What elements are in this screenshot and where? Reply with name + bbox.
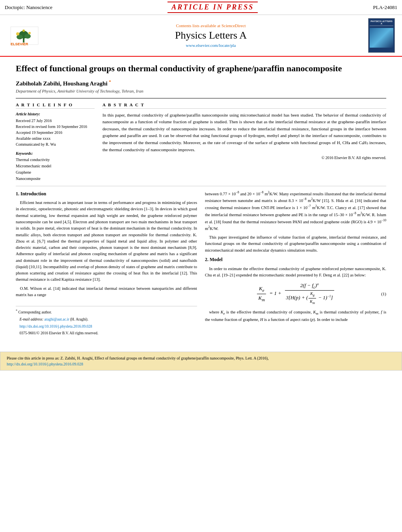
keyword-1: Thermal conductivity [16,157,95,163]
available-date: Available online xxxx [16,135,95,141]
authors-line: Zabiholah Zabihi, Houshang Araghi * [16,79,386,87]
abstract-text: In this paper, thermal conductivity of g… [102,112,386,154]
cover-graphic [370,28,393,48]
eq-fraction-Ke-Km: Ke Km [257,285,266,303]
journal-info: Contents lists available at ScienceDirec… [60,18,362,53]
affiliation: Department of Physics, Amirkabir Univers… [16,89,386,93]
abstract-column: A B S T R A C T In this paper, thermal c… [102,102,386,182]
body-text: 1. Introduction Efficient heat removal i… [16,190,386,338]
footnote-issn: 0375-9601/© 2016 Elsevier B.V. All right… [16,330,197,336]
article-title: Effect of functional groups on thermal c… [16,63,386,74]
main-content: Effect of functional groups on thermal c… [0,57,402,348]
intro-para2: O.M. Wilson et al. [14] indicated that i… [16,285,197,298]
keyword-3: Graphene [16,169,95,176]
section2-title: 2. Model [205,256,386,263]
svg-point-5 [16,32,19,35]
footnote-area: * Corresponding author. E-mail address: … [16,306,197,336]
footnote-star-line: * Corresponding author. [16,309,197,315]
equation-number: (1) [381,291,386,297]
received-date: Received 27 July 2016 [16,118,95,124]
accepted-date: Accepted 19 September 2016 [16,130,95,135]
top-bar: Doctopic: Nanoscience ARTICLE IN PRESS P… [0,0,402,15]
article-id: PLA-24081 [373,4,397,11]
keyword-2: Micromechanic model [16,163,95,169]
corresponding-marker: * [109,79,111,84]
cover-title: PHYSICS LETTERS A [370,20,393,26]
history-label: Article history: [16,112,95,116]
keywords-label: Keywords: [16,151,95,156]
copyright-notice: © 2016 Elsevier B.V. All rights reserved… [102,156,386,160]
svg-text:ELSEVIER: ELSEVIER [11,42,28,46]
article-in-press-banner: ARTICLE IN PRESS [168,2,258,13]
body-col-left: 1. Introduction Efficient heat removal i… [16,190,197,338]
citation-notice: Please cite this article in press as: Z.… [0,352,402,371]
intro-para1: Efficient heat removal is an important i… [16,200,197,283]
doctopic-label: Doctopic: Nanoscience [5,4,52,11]
elsevier-logo-area: ELSEVIER [5,18,56,53]
svg-point-7 [22,30,25,32]
abstract-heading: A B S T R A C T [102,102,386,109]
journal-cover-image: PHYSICS LETTERS A [368,18,395,53]
eq-fraction-numerator: 2(f − fc)α 3[H(p) + (KgKm − 1)−1] [285,282,334,306]
equation-1: Ke Km = 1 + 2(f − fc)α 3[H(p) + (KgKm − … [205,282,386,306]
revised-date: Received in revised form 10 September 20… [16,124,95,130]
intro-para3: between 0.77 × 10−8 and 20 × 10−8 m2K/W.… [205,190,386,232]
section-divider [16,186,386,186]
citation-text: Please cite this article in press as: Z.… [7,356,268,360]
journal-header: ELSEVIER Contents lists available at Sci… [0,15,402,57]
model-para2: where Ke is the effective thermal conduc… [205,309,386,323]
svg-point-4 [24,34,31,39]
section1-title: 1. Introduction [16,190,197,198]
intro-para4: This paper investigated the influence of… [205,234,386,254]
sciencedirect-text: Contents lists available at ScienceDirec… [176,23,246,28]
journal-url[interactable]: www.elsevier.com/locate/pla [186,43,236,48]
journal-title: Physics Letters A [175,30,247,41]
body-col-right: between 0.77 × 10−8 and 20 × 10−8 m2K/W.… [205,190,386,338]
svg-point-6 [28,32,31,34]
citation-doi[interactable]: http://dx.doi.org/10.1016/j.physleta.201… [7,362,83,366]
keyword-4: Nanocomposite [16,176,95,182]
footnote-doi[interactable]: http://dx.doi.org/10.1016/j.physleta.201… [16,324,197,330]
journal-cover-area: PHYSICS LETTERS A [366,18,397,53]
footnote-email: E-mail address: araghi@aut.ac.ir (H. Ara… [16,317,197,323]
model-para1: In order to estimate the effective therm… [205,266,386,279]
elsevier-logo-icon: ELSEVIER [9,25,52,46]
article-info-column: A R T I C L E I N F O Article history: R… [16,102,95,182]
communicated-by: Communicated by R. Wu [16,141,95,147]
article-info-abstract: A R T I C L E I N F O Article history: R… [16,98,386,182]
article-info-heading: A R T I C L E I N F O [16,102,95,109]
